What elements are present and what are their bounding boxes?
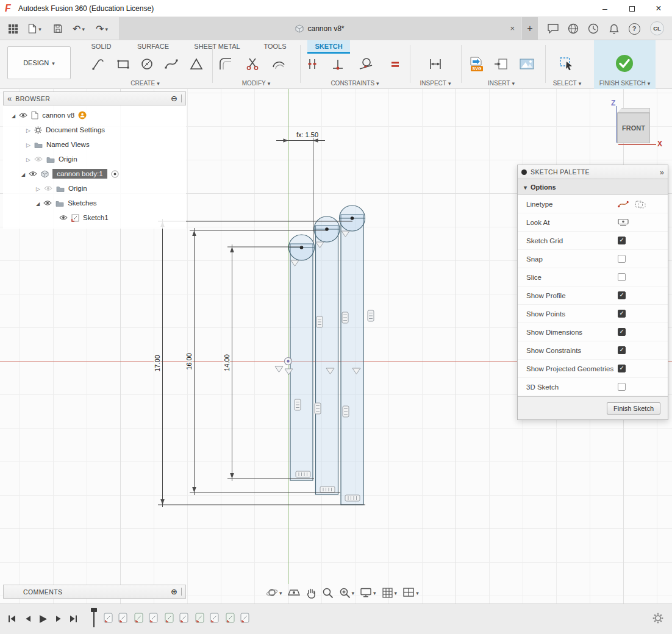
timeline-step-forward-button[interactable] xyxy=(54,614,63,624)
undo-button[interactable] xyxy=(68,17,89,40)
timeline-step-back-button[interactable] xyxy=(23,614,33,624)
tree-row-sketches[interactable]: Sketches xyxy=(3,196,186,210)
tab-solid[interactable]: SOLID xyxy=(85,40,117,54)
add-comment-icon[interactable] xyxy=(171,587,177,596)
create-rectangle-button[interactable] xyxy=(115,55,132,73)
modify-fillet-button[interactable] xyxy=(217,55,234,73)
select-group-dropdown[interactable]: SELECT xyxy=(542,79,593,87)
create-polygon-button[interactable] xyxy=(188,55,205,73)
workspace-selector[interactable]: DESIGN xyxy=(7,46,71,79)
modify-offset-button[interactable] xyxy=(270,55,287,73)
modify-trim-button[interactable] xyxy=(244,55,261,73)
insert-group-dropdown[interactable]: INSERT xyxy=(476,79,527,87)
constraint-horizontal-vertical-button[interactable] xyxy=(304,55,321,73)
visibility-eye-off-icon[interactable] xyxy=(44,185,52,191)
tree-row-origin[interactable]: Origin xyxy=(3,152,186,166)
sketch-barrel-3[interactable] xyxy=(340,205,365,505)
modify-group-dropdown[interactable]: MODIFY xyxy=(231,79,282,87)
timeline-feature-sketch[interactable] xyxy=(179,612,189,624)
visibility-eye-off-icon[interactable] xyxy=(34,156,43,162)
timeline-feature-sketch[interactable] xyxy=(210,612,220,624)
expander-icon[interactable] xyxy=(36,185,40,192)
sketch-palette-header[interactable]: SKETCH PALETTE xyxy=(518,165,668,179)
viewcube-top-face[interactable] xyxy=(617,108,650,113)
inspect-group-dropdown[interactable]: INSPECT xyxy=(410,79,461,87)
activate-component-radio[interactable] xyxy=(111,170,119,178)
linetype-spline-icon[interactable] xyxy=(618,200,629,208)
tree-row-named-views[interactable]: Named Views xyxy=(3,137,186,152)
show-projected-geometries-checkbox[interactable] xyxy=(618,365,626,372)
orbit-button[interactable] xyxy=(266,586,282,599)
collapse-panel-icon[interactable] xyxy=(7,94,12,103)
file-menu-button[interactable] xyxy=(24,17,45,40)
timeline-feature-sketch[interactable] xyxy=(195,612,205,624)
maximize-button[interactable] xyxy=(618,0,645,17)
visibility-eye-icon[interactable] xyxy=(29,171,37,177)
expander-icon[interactable] xyxy=(26,126,30,134)
dimension-17-text[interactable]: 17.00 xyxy=(154,355,161,372)
tree-row-component[interactable]: cannon body:1 xyxy=(3,166,186,181)
origin-point[interactable] xyxy=(285,358,292,365)
show-points-checkbox[interactable] xyxy=(618,310,626,318)
expander-icon[interactable] xyxy=(26,141,30,148)
create-circle-button[interactable] xyxy=(138,55,155,73)
look-at-button[interactable] xyxy=(288,587,300,598)
viewcube-front-face[interactable]: FRONT xyxy=(617,113,650,143)
comments-header[interactable]: COMMENTS xyxy=(3,585,186,599)
look-at-icon[interactable] xyxy=(618,218,629,226)
constraint-coincident-button[interactable] xyxy=(329,55,346,73)
visibility-eye-icon[interactable] xyxy=(19,112,27,118)
insert-svg-button[interactable]: SVG xyxy=(468,55,485,73)
pan-button[interactable] xyxy=(306,587,316,599)
finish-sketch-palette-button[interactable]: Finish Sketch xyxy=(607,402,660,415)
app-grid-button[interactable] xyxy=(5,17,21,40)
timeline-feature-sketch[interactable] xyxy=(226,612,235,624)
snap-checkbox[interactable] xyxy=(618,255,626,263)
constraint-equal-button[interactable] xyxy=(387,55,404,73)
display-settings-button[interactable] xyxy=(360,587,376,598)
insert-canvas-button[interactable] xyxy=(518,55,535,73)
show-constraints-checkbox[interactable] xyxy=(618,346,626,354)
timeline-feature-sketch[interactable] xyxy=(149,612,159,624)
tab-sketch[interactable]: SKETCH xyxy=(307,40,350,54)
tree-row-origin-2[interactable]: Origin xyxy=(3,181,186,196)
tab-surface[interactable]: SURFACE xyxy=(132,40,174,54)
slice-checkbox[interactable] xyxy=(618,273,626,281)
zoom-window-button[interactable] xyxy=(339,587,355,599)
expand-panel-icon[interactable] xyxy=(660,168,664,177)
create-spline-button[interactable] xyxy=(163,55,180,73)
browser-header[interactable]: BROWSER xyxy=(3,91,186,105)
expander-icon[interactable] xyxy=(12,112,15,119)
visibility-eye-icon[interactable] xyxy=(59,215,68,221)
constraint-tangent-button[interactable] xyxy=(357,55,374,73)
help-button[interactable]: ? xyxy=(627,22,642,35)
document-tab-close-icon[interactable]: × xyxy=(510,24,515,33)
tree-row-document-settings[interactable]: Document Settings xyxy=(3,123,186,137)
constraints-group-dropdown[interactable]: CONSTRAINTS xyxy=(324,79,385,87)
expander-icon[interactable] xyxy=(21,170,25,177)
show-dimensions-checkbox[interactable] xyxy=(618,328,626,336)
notifications-button[interactable] xyxy=(607,22,621,35)
expander-icon[interactable] xyxy=(36,199,40,207)
sketch-3d-checkbox[interactable] xyxy=(618,383,626,391)
dimension-16-text[interactable]: 16.00 xyxy=(185,353,193,370)
sketch-barrel-1[interactable] xyxy=(289,235,315,480)
job-status-button[interactable] xyxy=(586,22,601,35)
redo-button[interactable] xyxy=(91,17,112,40)
viewports-button[interactable] xyxy=(402,587,419,598)
create-group-dropdown[interactable]: CREATE xyxy=(120,79,171,87)
timeline-go-to-start-button[interactable] xyxy=(7,614,17,624)
timeline-settings-gear-button[interactable] xyxy=(652,613,663,624)
new-tab-button[interactable]: + xyxy=(522,17,538,40)
insert-decal-button[interactable] xyxy=(493,55,510,73)
timeline-feature-sketch[interactable] xyxy=(104,612,113,624)
sketch-grid-checkbox[interactable] xyxy=(618,237,626,244)
timeline-play-button[interactable] xyxy=(38,614,48,624)
comment-button[interactable] xyxy=(546,22,560,35)
inspect-measure-button[interactable] xyxy=(427,55,444,73)
tab-tools[interactable]: TOOLS xyxy=(259,40,291,54)
expander-icon[interactable] xyxy=(26,155,30,163)
dimension-fx-text[interactable]: fx: 1.50 xyxy=(296,131,318,138)
tree-row-sketch1[interactable]: Sketch1 xyxy=(3,210,186,225)
select-button[interactable] xyxy=(559,55,576,73)
